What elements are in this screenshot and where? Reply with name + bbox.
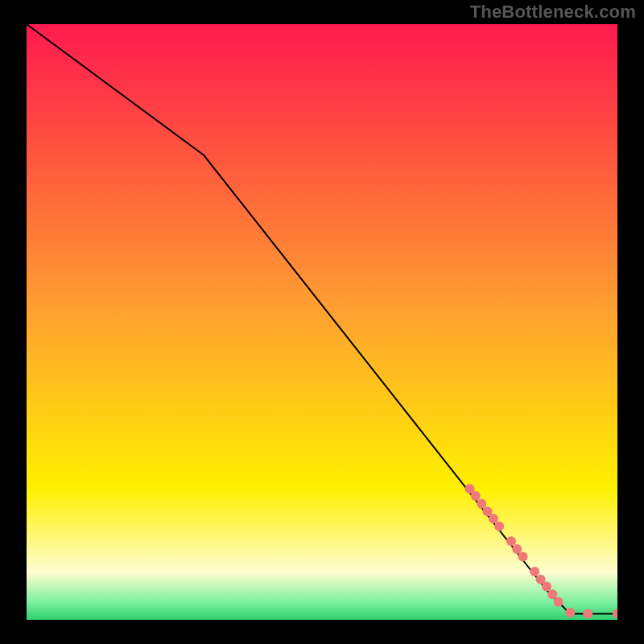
data-marker	[506, 536, 516, 546]
data-marker	[489, 514, 498, 523]
data-marker	[583, 609, 592, 619]
attribution-label: TheBottleneck.com	[470, 2, 636, 23]
plot-area	[27, 24, 617, 620]
data-marker	[530, 567, 539, 576]
data-marker	[471, 491, 481, 501]
data-marker	[494, 522, 504, 531]
gradient-background	[27, 24, 617, 620]
data-marker	[542, 582, 551, 592]
data-marker	[477, 499, 486, 509]
data-marker	[565, 608, 575, 617]
data-marker	[554, 597, 564, 607]
data-marker	[512, 544, 522, 554]
bottleneck-plot-svg	[27, 24, 617, 620]
data-marker	[547, 589, 557, 599]
chart-frame: TheBottleneck.com	[0, 0, 644, 644]
data-marker	[518, 552, 528, 562]
